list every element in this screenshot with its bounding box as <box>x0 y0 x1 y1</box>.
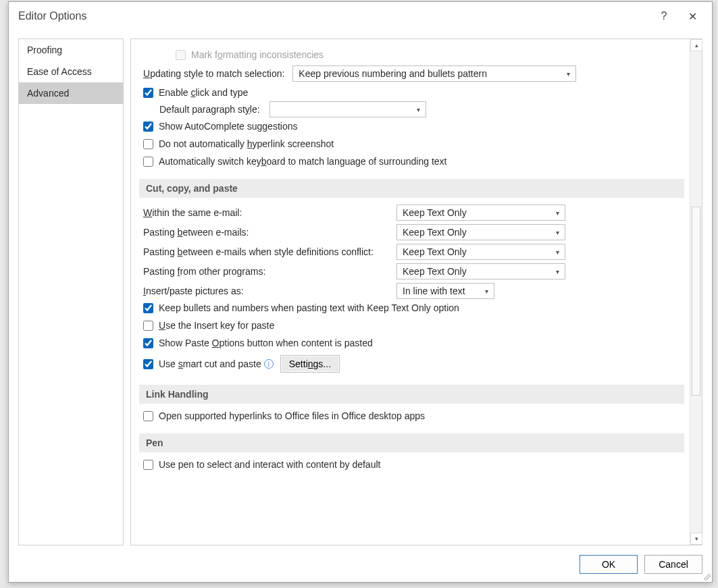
checkbox-mark-formatting <box>176 50 186 60</box>
caret-icon: ▾ <box>567 70 570 78</box>
caret-icon: ▾ <box>556 209 559 217</box>
editor-options-dialog: Editor Options ? ✕ Proofing Ease of Acce… <box>8 1 713 583</box>
paste-other-row: Pasting from other programs: Keep Text O… <box>143 263 684 279</box>
info-icon[interactable]: i <box>264 359 274 369</box>
close-button[interactable]: ✕ <box>678 4 707 28</box>
cancel-button[interactable]: Cancel <box>644 555 702 574</box>
label-paste-within: Within the same e-mail: <box>143 207 396 218</box>
checkbox-click-and-type[interactable] <box>143 88 153 98</box>
checkbox-no-hyperlink[interactable] <box>143 139 153 149</box>
scroll-track[interactable] <box>690 51 702 533</box>
label-smart-cut: Use smart cut and paste <box>159 358 261 369</box>
smart-paste-settings-button[interactable]: Settings... <box>280 355 340 373</box>
paste-conflict-row: Pasting between e-mails when style defin… <box>143 244 684 260</box>
checkbox-row-click-and-type: Enable click and type <box>143 87 684 98</box>
section-pen: Pen <box>139 433 684 452</box>
checkbox-switch-keyboard[interactable] <box>143 157 153 167</box>
caret-icon: ▾ <box>556 248 559 256</box>
dropdown-insert-pictures[interactable]: In line with text ▾ <box>396 283 494 299</box>
help-button[interactable]: ? <box>650 4 678 28</box>
checkbox-row-paste-options: Show Paste Options button when content i… <box>143 338 684 348</box>
dropdown-default-paragraph[interactable]: ▾ <box>270 101 426 117</box>
dialog-body: Proofing Ease of Access Advanced Mark fo… <box>18 38 702 545</box>
sidebar-item-proofing[interactable]: Proofing <box>19 39 123 61</box>
titlebar: Editor Options ? ✕ <box>9 2 712 30</box>
dropdown-insert-pictures-value: In line with text <box>403 286 465 296</box>
label-paste-options: Show Paste Options button when content i… <box>159 338 373 348</box>
dropdown-paste-within[interactable]: Keep Text Only ▾ <box>396 205 565 221</box>
checkbox-row-use-pen: Use pen to select and interact with cont… <box>143 459 684 470</box>
dropdown-paste-conflict-value: Keep Text Only <box>403 246 467 257</box>
dropdown-paste-between-value: Keep Text Only <box>403 227 467 238</box>
label-open-office-links: Open supported hyperlinks to Office file… <box>159 410 425 421</box>
scroll-down-arrow-icon[interactable]: ▾ <box>690 533 702 545</box>
checkbox-row-keep-bullets: Keep bullets and numbers when pasting te… <box>143 302 684 313</box>
caret-icon: ▾ <box>485 288 488 295</box>
caret-icon: ▾ <box>417 106 420 113</box>
label-mark-formatting: Mark formatting inconsistencies <box>191 49 324 60</box>
label-autocomplete: Show AutoComplete suggestions <box>159 121 297 132</box>
vertical-scrollbar[interactable]: ▴ ▾ <box>690 39 702 545</box>
dialog-title: Editor Options <box>18 10 650 22</box>
caret-icon: ▾ <box>556 268 559 275</box>
label-keep-bullets: Keep bullets and numbers when pasting te… <box>159 302 459 313</box>
dropdown-updating-style-value: Keep previous numbering and bullets patt… <box>299 68 487 79</box>
dropdown-paste-conflict[interactable]: Keep Text Only ▾ <box>396 244 565 260</box>
checkbox-row-insert-key: Use the Insert key for paste <box>143 320 684 331</box>
caret-icon: ▾ <box>556 229 559 236</box>
checkbox-row-mark-formatting: Mark formatting inconsistencies <box>176 49 684 60</box>
checkbox-row-smart-cut: Use smart cut and paste i Settings... <box>143 355 684 373</box>
checkbox-row-no-hyperlink: Do not automatically hyperlink screensho… <box>143 138 684 149</box>
content-pane: Mark formatting inconsistencies Updating… <box>130 38 702 545</box>
label-use-pen: Use pen to select and interact with cont… <box>159 459 380 470</box>
sidebar-item-advanced[interactable]: Advanced <box>19 82 123 104</box>
label-insert-key: Use the Insert key for paste <box>159 320 274 331</box>
checkbox-keep-bullets[interactable] <box>143 303 153 313</box>
paste-between-row: Pasting between e-mails: Keep Text Only … <box>143 224 684 240</box>
resize-grip-icon[interactable] <box>704 574 711 581</box>
checkbox-open-office-links[interactable] <box>143 411 153 421</box>
checkbox-paste-options[interactable] <box>143 338 153 348</box>
dropdown-paste-between[interactable]: Keep Text Only ▾ <box>396 224 565 240</box>
dialog-footer: OK Cancel <box>580 555 702 574</box>
dropdown-updating-style[interactable]: Keep previous numbering and bullets patt… <box>292 65 576 82</box>
paste-within-row: Within the same e-mail: Keep Text Only ▾ <box>143 205 684 221</box>
checkbox-use-pen[interactable] <box>143 460 153 470</box>
label-insert-pictures: Insert/paste pictures as: <box>143 286 396 296</box>
ok-button[interactable]: OK <box>580 555 638 574</box>
label-default-paragraph: Default paragraph style: <box>159 104 260 115</box>
section-cut-copy-paste: Cut, copy, and paste <box>139 179 684 198</box>
label-switch-keyboard: Automatically switch keyboard to match l… <box>159 156 446 167</box>
checkbox-autocomplete[interactable] <box>143 122 153 132</box>
updating-style-row: Updating style to match selection: Keep … <box>143 65 684 82</box>
content-scroll-area: Mark formatting inconsistencies Updating… <box>131 39 690 545</box>
close-icon: ✕ <box>688 10 697 23</box>
checkbox-insert-key[interactable] <box>143 321 153 331</box>
label-paste-conflict: Pasting between e-mails when style defin… <box>143 246 396 257</box>
category-sidebar: Proofing Ease of Access Advanced <box>18 38 124 545</box>
sidebar-item-ease-of-access[interactable]: Ease of Access <box>19 61 123 82</box>
dropdown-paste-other[interactable]: Keep Text Only ▾ <box>396 263 565 279</box>
insert-pictures-row: Insert/paste pictures as: In line with t… <box>143 283 684 299</box>
label-updating-style: Updating style to match selection: <box>143 68 284 79</box>
checkbox-row-open-office-links: Open supported hyperlinks to Office file… <box>143 410 684 421</box>
dropdown-paste-other-value: Keep Text Only <box>403 266 467 277</box>
label-no-hyperlink: Do not automatically hyperlink screensho… <box>159 138 334 149</box>
label-click-and-type: Enable click and type <box>159 87 248 98</box>
section-link-handling: Link Handling <box>139 385 684 404</box>
scroll-up-arrow-icon[interactable]: ▴ <box>690 39 702 51</box>
checkbox-row-autocomplete: Show AutoComplete suggestions <box>143 121 684 132</box>
label-paste-other: Pasting from other programs: <box>143 266 396 277</box>
checkbox-row-switch-keyboard: Automatically switch keyboard to match l… <box>143 156 684 167</box>
scroll-thumb[interactable] <box>692 207 700 396</box>
label-paste-between: Pasting between e-mails: <box>143 227 396 238</box>
help-icon: ? <box>661 10 667 22</box>
default-paragraph-row: Default paragraph style: ▾ <box>159 101 684 117</box>
dropdown-paste-within-value: Keep Text Only <box>403 207 467 218</box>
checkbox-smart-cut[interactable] <box>143 359 153 369</box>
